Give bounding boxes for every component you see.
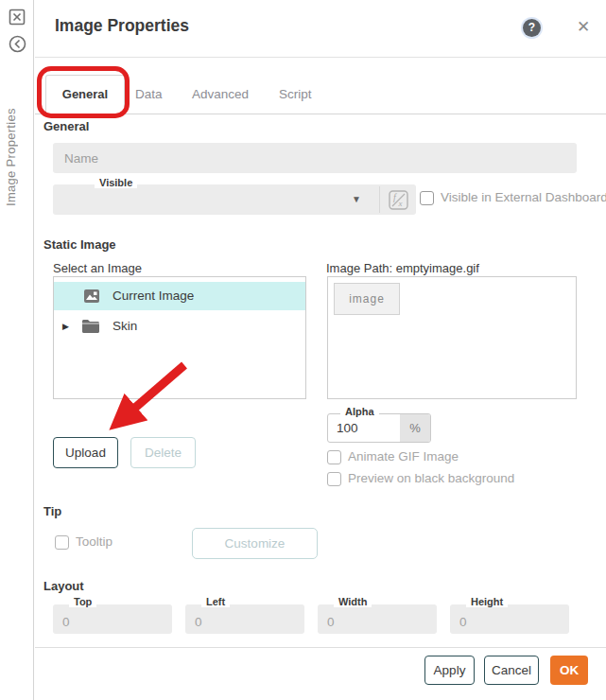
- cancel-button[interactable]: Cancel: [484, 656, 539, 685]
- svg-text:f: f: [393, 192, 397, 202]
- upload-button[interactable]: Upload: [53, 437, 118, 468]
- help-icon[interactable]: ?: [523, 19, 541, 37]
- tab-general[interactable]: General: [45, 75, 125, 114]
- tab-advanced[interactable]: Advanced: [192, 81, 249, 108]
- width-input[interactable]: [318, 604, 437, 634]
- ok-button[interactable]: OK: [550, 656, 588, 685]
- header-divider: [35, 57, 606, 58]
- formula-fx-icon[interactable]: f x: [389, 190, 408, 210]
- left-input[interactable]: [185, 604, 304, 634]
- select-image-label: Select an Image: [53, 261, 142, 275]
- panel-vertical-title: Image Properties: [4, 57, 30, 206]
- close-panel-icon[interactable]: [9, 9, 26, 26]
- collapse-panel-icon[interactable]: [9, 35, 26, 53]
- close-icon[interactable]: ✕: [575, 19, 592, 36]
- page-title: Image Properties: [55, 16, 189, 36]
- left-field: [185, 604, 304, 634]
- tree-expander-icon[interactable]: ▶: [62, 312, 69, 341]
- top-field: [53, 604, 172, 634]
- alpha-unit-suffix: %: [400, 414, 430, 442]
- static-image-section-label: Static Image: [43, 237, 116, 252]
- general-section-label: General: [43, 119, 89, 133]
- animate-gif-checkbox-label: Animate GIF Image: [348, 449, 459, 464]
- image-icon: [83, 288, 100, 305]
- image-tree: Current Image ▶ Skin: [53, 276, 306, 399]
- top-input[interactable]: [53, 604, 172, 634]
- height-input[interactable]: [450, 604, 569, 634]
- height-field-label: Height: [466, 596, 508, 607]
- preview-black-checkbox[interactable]: [327, 472, 341, 486]
- alpha-field-label: Alpha: [340, 406, 379, 417]
- visible-external-checkbox[interactable]: [420, 191, 434, 205]
- chevron-down-icon[interactable]: ▼: [352, 194, 361, 204]
- tooltip-checkbox-label: Tooltip: [76, 534, 113, 549]
- top-field-label: Top: [69, 596, 96, 607]
- customize-button[interactable]: Customize: [192, 528, 318, 559]
- apply-button[interactable]: Apply: [424, 656, 475, 685]
- name-input[interactable]: [53, 143, 577, 173]
- folder-icon: [81, 319, 100, 334]
- width-field-label: Width: [334, 596, 372, 607]
- tab-data[interactable]: Data: [135, 81, 163, 108]
- height-field: [450, 604, 569, 634]
- alpha-field: %: [327, 413, 431, 443]
- tree-item-label: Skin: [113, 312, 137, 341]
- image-preview-box: image: [327, 276, 577, 399]
- image-path-label: Image Path: emptyimage.gif: [326, 261, 479, 275]
- tab-script[interactable]: Script: [279, 81, 312, 108]
- footer-divider: [35, 647, 606, 648]
- visible-dropdown[interactable]: ▼ f x: [53, 184, 416, 215]
- tip-section-label: Tip: [43, 504, 61, 518]
- left-field-label: Left: [201, 596, 230, 607]
- image-properties-panel: Image Properties Image Properties ? ✕ Ge…: [0, 0, 606, 700]
- side-rail: Image Properties: [0, 0, 34, 700]
- dropdown-separator: [379, 186, 380, 213]
- alpha-input[interactable]: [329, 415, 401, 441]
- layout-section-label: Layout: [43, 579, 84, 593]
- tree-row-current-image[interactable]: Current Image: [54, 282, 305, 310]
- animate-gif-checkbox[interactable]: [327, 450, 341, 464]
- tree-row-skin[interactable]: ▶ Skin: [54, 312, 305, 341]
- delete-button[interactable]: Delete: [130, 437, 196, 468]
- tree-item-label: Current Image: [113, 282, 194, 310]
- broken-image-placeholder: image: [334, 283, 400, 315]
- visible-external-checkbox-label: Visible in External Dashboards: [441, 190, 606, 204]
- tooltip-checkbox[interactable]: [55, 535, 69, 550]
- width-field: [318, 604, 437, 634]
- preview-black-checkbox-label: Preview on black background: [348, 471, 514, 485]
- visible-field-label: Visible: [95, 177, 137, 188]
